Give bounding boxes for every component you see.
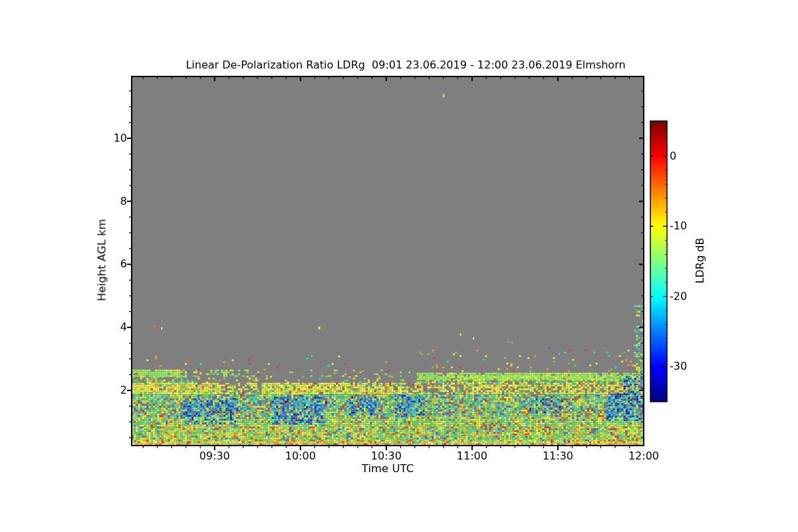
x-tick-label: 11:00 [451, 450, 493, 462]
x-tick-label: 10:00 [279, 450, 322, 462]
chart-title: Linear De-Polarization Ratio LDRg 09:01 … [186, 59, 625, 71]
colorbar-label: LDRg dB [694, 238, 706, 284]
colorbar-tick-label: -20 [670, 291, 687, 303]
x-tick-label: 11:30 [537, 450, 579, 462]
y-tick-label: 2 [87, 384, 127, 396]
colorbar-tick-label: -30 [670, 360, 687, 372]
y-tick-label: 10 [87, 132, 127, 144]
x-axis-label: Time UTC [362, 462, 414, 475]
x-tick-label: 10:30 [365, 450, 408, 462]
ldr-time-height-figure: Linear De-Polarization Ratio LDRg 09:01 … [0, 0, 798, 532]
colorbar-tick-label: -10 [670, 220, 687, 232]
x-tick-label: 12:00 [622, 450, 665, 462]
y-tick-label: 8 [87, 196, 127, 207]
x-tick-label: 09:30 [194, 450, 236, 462]
colorbar-tick-label: 0 [670, 150, 676, 162]
y-tick-label: 6 [87, 258, 127, 270]
y-tick-label: 4 [87, 321, 127, 333]
